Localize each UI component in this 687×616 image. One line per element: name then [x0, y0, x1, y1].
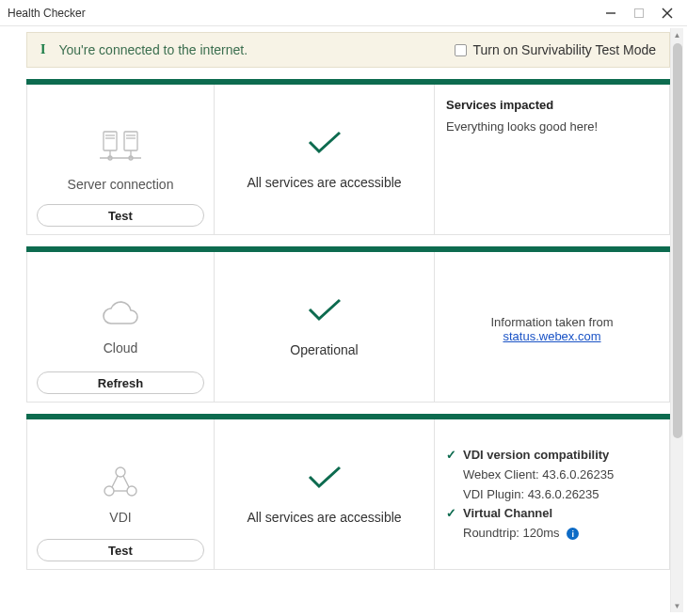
connection-status-text: You're connected to the internet. [58, 42, 455, 57]
cloud-info-heading: Information taken from [490, 315, 613, 329]
server-connection-details: Services impacted Everything looks good … [435, 85, 670, 235]
content-area: I You're connected to the internet. Turn… [0, 26, 687, 616]
vdi-plugin-version: VDI Plugin: 43.6.0.26235 [446, 485, 599, 505]
webex-client-version: Webex Client: 43.6.0.26235 [446, 466, 614, 485]
scroll-down-arrow[interactable]: ▼ [671, 599, 683, 612]
cloud-details: Information taken from status.webex.com [435, 252, 670, 403]
scroll-thumb[interactable] [673, 43, 682, 438]
window-title: Health Checker [8, 7, 604, 20]
roundtrip-value: Roundtrip: 120ms [463, 526, 560, 540]
svg-point-16 [127, 486, 136, 496]
cloud-refresh-button[interactable]: Refresh [37, 371, 204, 394]
virtual-channel-heading: Virtual Channel [463, 504, 552, 524]
vdi-status: All services are accessible [215, 419, 435, 570]
checkmark-icon [306, 464, 344, 493]
cloud-status-link[interactable]: status.webex.com [503, 329, 600, 343]
server-connection-panel: Server connection Test All services are … [26, 79, 670, 235]
svg-rect-3 [104, 132, 117, 150]
vdi-status-text: All services are accessible [247, 510, 401, 525]
svg-point-14 [116, 467, 125, 477]
minimize-button[interactable] [604, 7, 617, 20]
cloud-status: Operational [215, 252, 435, 403]
svg-line-18 [123, 476, 129, 487]
window-controls [604, 7, 679, 20]
connection-status-bar: I You're connected to the internet. Turn… [26, 32, 670, 68]
cloud-panel: Cloud Refresh Operational Information ta… [26, 246, 670, 403]
server-connection-summary: Server connection Test [26, 85, 215, 235]
info-icon[interactable]: i [567, 528, 579, 540]
scroll-up-arrow[interactable]: ▲ [671, 28, 683, 41]
titlebar: Health Checker [0, 0, 687, 26]
server-connection-status: All services are accessible [215, 85, 435, 235]
survivability-toggle-label: Turn on Survivability Test Mode [472, 42, 656, 57]
close-button[interactable] [661, 7, 674, 20]
vdi-summary: VDI Test [26, 419, 215, 570]
cloud-icon [98, 299, 143, 331]
checkmark-icon [306, 129, 344, 158]
cloud-summary: Cloud Refresh [26, 252, 215, 403]
checkbox-icon [455, 44, 467, 56]
vdi-compat-row: ✓ VDI version compatibility [446, 446, 609, 466]
roundtrip-row: Roundtrip: 120ms i [446, 524, 579, 544]
vdi-panel: VDI Test All services are accessible ✓ V… [26, 414, 670, 570]
services-impacted-heading: Services impacted [446, 98, 553, 112]
svg-rect-4 [124, 132, 137, 150]
vdi-test-button[interactable]: Test [37, 539, 204, 561]
vertical-scrollbar[interactable]: ▲ ▼ [670, 28, 683, 612]
info-icon: I [40, 42, 45, 57]
server-status-text: All services are accessible [247, 175, 401, 190]
check-icon: ✓ [446, 446, 457, 466]
cloud-status-text: Operational [290, 342, 358, 357]
check-icon: ✓ [446, 504, 457, 524]
services-impacted-body: Everything looks good here! [446, 119, 598, 134]
virtual-channel-row: ✓ Virtual Channel [446, 504, 552, 524]
vdi-details: ✓ VDI version compatibility Webex Client… [435, 419, 670, 570]
checkmark-icon [306, 296, 344, 325]
vdi-compat-heading: VDI version compatibility [463, 446, 609, 466]
server-connection-title: Server connection [68, 177, 174, 192]
svg-point-15 [104, 486, 114, 496]
maximize-button[interactable] [634, 8, 644, 18]
server-icon [94, 128, 147, 167]
server-test-button[interactable]: Test [37, 204, 204, 227]
cloud-title: Cloud [104, 340, 138, 355]
survivability-toggle[interactable]: Turn on Survivability Test Mode [455, 42, 656, 57]
vdi-title: VDI [109, 510, 131, 525]
vdi-icon [100, 465, 141, 500]
svg-line-17 [112, 476, 118, 487]
